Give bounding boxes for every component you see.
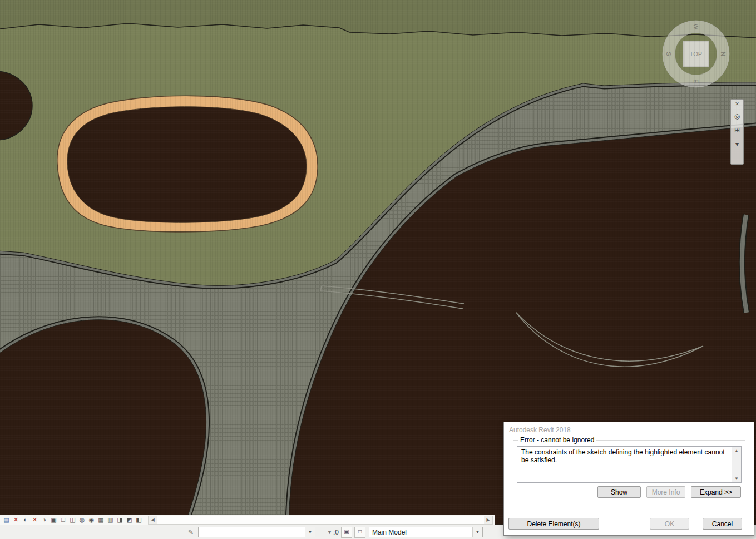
scale-icon[interactable]: ▤ xyxy=(2,516,11,524)
chevron-down-icon[interactable]: ▼ xyxy=(305,527,315,537)
show-crop-region-icon[interactable]: □ xyxy=(58,516,68,524)
error-dialog: Autodesk Revit 2018 Error - cannot be ig… xyxy=(503,422,754,536)
viewcube-east-label[interactable]: E xyxy=(693,79,699,83)
navigation-bar[interactable]: ✕◎⊞▾ xyxy=(730,99,744,165)
design-option-selector[interactable]: Main Model ▼ xyxy=(369,527,483,537)
zoom-region-icon[interactable]: ⊞ xyxy=(733,126,742,135)
scroll-down-arrow-icon[interactable]: ▼ xyxy=(732,474,741,482)
error-message-text: The constraints of the sketch defining t… xyxy=(517,447,732,482)
steering-wheel-icon[interactable]: ◎ xyxy=(733,112,742,121)
close-icon[interactable]: ✕ xyxy=(733,101,742,107)
highlight-displacement-icon[interactable]: ◩ xyxy=(125,516,134,524)
chevron-down-icon[interactable]: ▾ xyxy=(733,140,742,149)
viewcube-south-label[interactable]: S xyxy=(665,52,672,56)
expand-button[interactable]: Expand >> xyxy=(691,486,741,498)
viewcube-west-label[interactable]: W xyxy=(693,24,699,30)
view-control-bar: ▤✕◐✕◑▣□◫◍◉▦▥◨◩◧ ◀ ▶ xyxy=(0,515,495,525)
viewcube-top-label[interactable]: TOP xyxy=(690,51,702,57)
select-elements-toggle-icon[interactable]: ▣ xyxy=(341,527,352,538)
more-info-button: More Info xyxy=(646,486,685,498)
horizontal-scrollbar[interactable]: ◀ ▶ xyxy=(148,516,493,525)
filter-funnel-icon: ▼ xyxy=(327,530,332,535)
scroll-right-arrow-icon[interactable]: ▶ xyxy=(484,516,492,524)
message-scrollbar[interactable]: ▲ ▼ xyxy=(732,447,741,482)
revit-application-window: { "window": { "title": "Autodesk Revit 2… xyxy=(0,0,756,539)
error-group-label: Error - cannot be ignored xyxy=(518,436,596,444)
analytical-model-icon[interactable]: ◨ xyxy=(115,516,125,524)
selection-filter-count: :0 xyxy=(333,528,339,536)
show-constraints-icon[interactable]: ▦ xyxy=(96,516,106,524)
planting-area-left[interactable] xyxy=(0,320,206,525)
view-control-bar-icons: ▤✕◐✕◑▣□◫◍◉▦▥◨◩◧ xyxy=(2,516,144,524)
shadows-icon[interactable]: ◑ xyxy=(39,516,49,524)
error-groupbox: Error - cannot be ignored The constraint… xyxy=(513,440,745,502)
selection-filter[interactable]: ▼ :0 xyxy=(327,528,339,536)
cancel-button[interactable]: Cancel xyxy=(703,518,742,530)
delete-elements-button[interactable]: Delete Element(s) xyxy=(508,518,599,530)
show-button[interactable]: Show xyxy=(597,486,641,498)
chevron-down-icon[interactable]: ▼ xyxy=(472,527,482,537)
error-buttons-row: Show More Info Expand >> xyxy=(597,486,741,498)
active-workset-icon[interactable]: ✎ xyxy=(186,528,196,536)
planting-bed-inner[interactable] xyxy=(67,107,307,223)
design-option-value: Main Model xyxy=(369,528,472,536)
scrollbar-track[interactable] xyxy=(157,516,484,524)
workset-selector[interactable]: ▼ xyxy=(198,527,315,537)
temporary-hide-isolate-icon[interactable]: ◫ xyxy=(68,516,77,524)
reveal-hidden-elements-icon[interactable]: ◍ xyxy=(77,516,87,524)
detail-level-icon[interactable]: ✕ xyxy=(11,516,21,524)
viewcube-north-label[interactable]: N xyxy=(720,52,727,56)
scroll-up-arrow-icon[interactable]: ▲ xyxy=(732,447,741,454)
temporary-view-properties-icon[interactable]: ◉ xyxy=(87,516,96,524)
sun-path-icon[interactable]: ✕ xyxy=(30,516,39,524)
visual-style-icon[interactable]: ◐ xyxy=(21,516,30,524)
viewcube[interactable]: TOP W N E S xyxy=(663,21,729,87)
worksharing-display-icon[interactable]: ▥ xyxy=(106,516,115,524)
ok-button: OK xyxy=(650,518,689,530)
scroll-left-arrow-icon[interactable]: ◀ xyxy=(149,516,157,524)
crop-view-icon[interactable]: ▣ xyxy=(49,516,58,524)
drag-elements-toggle-icon[interactable]: □ xyxy=(354,527,365,538)
separator xyxy=(319,528,319,537)
dialog-title: Autodesk Revit 2018 xyxy=(509,426,571,434)
reveal-obstacles-icon[interactable]: ◧ xyxy=(134,516,144,524)
error-message-box[interactable]: The constraints of the sketch defining t… xyxy=(517,446,742,483)
